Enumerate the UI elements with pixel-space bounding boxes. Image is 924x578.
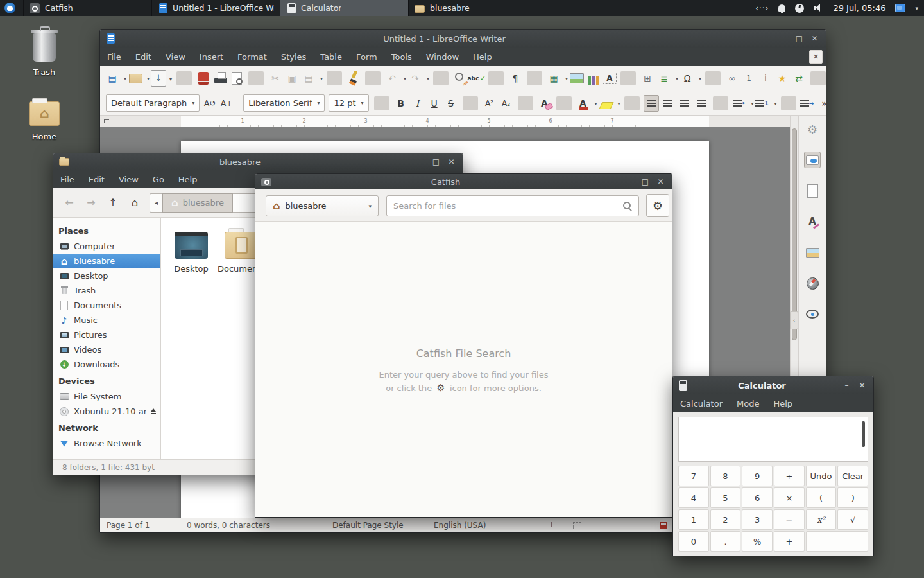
export-pdf-button[interactable] bbox=[196, 70, 211, 87]
calculator-key[interactable]: . bbox=[710, 531, 741, 552]
sidebar-place[interactable]: Documents bbox=[53, 298, 160, 313]
menu-item[interactable]: Format bbox=[230, 52, 274, 62]
undo-button[interactable]: ↶ bbox=[384, 70, 400, 87]
search-field[interactable] bbox=[386, 195, 639, 216]
menu-item[interactable]: Insert bbox=[193, 52, 230, 62]
tab-stop-icon[interactable] bbox=[104, 119, 109, 123]
menu-item[interactable]: Edit bbox=[128, 52, 158, 62]
insert-image-button[interactable] bbox=[569, 70, 585, 87]
taskbar-item-writer[interactable]: Untitled 1 - LibreOffice Writer bbox=[151, 0, 280, 16]
new-document-button[interactable]: ▤ bbox=[105, 70, 120, 87]
print-button[interactable] bbox=[212, 70, 228, 87]
calculator-display[interactable] bbox=[678, 417, 868, 462]
language-status[interactable]: English (USA) bbox=[434, 521, 486, 530]
sidebar-page-icon[interactable] bbox=[804, 182, 821, 199]
maximize-button[interactable]: □ bbox=[431, 153, 441, 170]
close-button[interactable]: ✕ bbox=[447, 153, 456, 170]
page-count-status[interactable]: Page 1 of 1 bbox=[107, 521, 150, 530]
calculator-key[interactable]: 7 bbox=[678, 466, 709, 486]
calculator-key[interactable]: 2 bbox=[710, 509, 741, 530]
sidebar-hide-grip[interactable]: ‹ bbox=[790, 311, 798, 329]
insert-mode-icon[interactable]: I bbox=[551, 521, 552, 530]
print-preview-button[interactable] bbox=[229, 70, 244, 87]
calculator-key[interactable]: 9 bbox=[742, 466, 773, 486]
close-button[interactable]: ✕ bbox=[656, 173, 665, 190]
word-count-status[interactable]: 0 words, 0 characters bbox=[187, 521, 270, 530]
increase-indent-button[interactable]: → bbox=[800, 95, 816, 112]
menu-item[interactable]: Help bbox=[766, 399, 800, 408]
clear-formatting-button[interactable]: A bbox=[537, 95, 552, 112]
menu-item[interactable]: Tools bbox=[384, 52, 419, 62]
align-right-button[interactable] bbox=[677, 95, 692, 112]
insert-chart-button[interactable] bbox=[586, 70, 601, 87]
eject-icon[interactable] bbox=[150, 408, 157, 415]
taskbar-item-calculator[interactable]: Calculator bbox=[280, 0, 408, 16]
back-button[interactable]: ← bbox=[60, 193, 79, 213]
calculator-key[interactable]: 6 bbox=[742, 487, 773, 508]
insert-page-break-button[interactable]: ⊞ bbox=[640, 70, 655, 87]
minimize-button[interactable]: – bbox=[416, 153, 425, 170]
calculator-key[interactable]: × bbox=[774, 487, 805, 508]
minimize-button[interactable]: – bbox=[779, 30, 789, 47]
sidebar-properties-icon[interactable] bbox=[804, 152, 821, 168]
horizontal-ruler[interactable]: 1234567 bbox=[100, 116, 790, 127]
sidebar-place[interactable]: Computer bbox=[53, 239, 160, 254]
power-manager-icon[interactable] bbox=[795, 4, 804, 13]
calculator-key[interactable]: 5 bbox=[710, 487, 741, 508]
menu-item[interactable]: Help bbox=[466, 52, 499, 62]
copy-button[interactable]: ▣ bbox=[284, 70, 300, 87]
calculator-key[interactable]: ÷ bbox=[774, 466, 805, 486]
network-icon[interactable]: ‹··› bbox=[755, 4, 769, 13]
calculator-key[interactable]: x² bbox=[806, 509, 837, 530]
insert-hyperlink-button[interactable]: ∞ bbox=[724, 70, 740, 87]
bold-button[interactable]: B bbox=[393, 95, 409, 112]
writer-titlebar[interactable]: Untitled 1 - LibreOffice Writer – □ ✕ bbox=[100, 30, 826, 48]
insert-bookmark-button[interactable]: ★ bbox=[774, 70, 790, 87]
new-style-button[interactable]: A+ bbox=[219, 95, 234, 112]
clock[interactable]: 29 Jul, 05:46 bbox=[833, 3, 886, 13]
notifications-bell-icon[interactable] bbox=[778, 4, 785, 12]
calculator-key[interactable]: = bbox=[806, 531, 868, 552]
calculator-key[interactable]: 1 bbox=[678, 509, 709, 530]
desktop-icon-home[interactable]: Home bbox=[17, 98, 71, 141]
calculator-key[interactable]: ( bbox=[806, 487, 837, 508]
sidebar-device[interactable]: File System bbox=[53, 389, 160, 404]
chevron-down-icon[interactable]: ▾ bbox=[915, 5, 918, 12]
superscript-button[interactable]: A² bbox=[482, 95, 497, 112]
sidebar-navigator-icon[interactable] bbox=[804, 275, 821, 292]
scrollbar-thumb[interactable] bbox=[792, 128, 797, 340]
font-name-combo[interactable]: Liberation Serif▾ bbox=[243, 94, 325, 112]
align-center-button[interactable] bbox=[660, 95, 676, 112]
close-button[interactable]: ✕ bbox=[810, 30, 819, 47]
path-button-bluesabre[interactable]: ⌂ bluesabre bbox=[162, 193, 233, 213]
menu-item[interactable]: Form bbox=[349, 52, 384, 62]
menu-item[interactable]: Calculator bbox=[673, 399, 730, 408]
sidebar-place[interactable]: Videos bbox=[53, 342, 160, 357]
path-scroll-left-button[interactable]: ◂ bbox=[150, 193, 162, 213]
font-size-combo[interactable]: 12 pt▾ bbox=[329, 94, 368, 112]
fmt-overflow-button[interactable]: » bbox=[817, 95, 826, 112]
menu-item[interactable]: File bbox=[53, 175, 81, 184]
menu-item[interactable]: View bbox=[158, 52, 193, 62]
close-button[interactable]: ✕ bbox=[857, 377, 867, 394]
insert-cross-reference-button[interactable]: ⇄ bbox=[791, 70, 807, 87]
calculator-key[interactable]: Undo bbox=[806, 466, 837, 486]
calculator-key[interactable]: 8 bbox=[710, 466, 741, 486]
menu-item[interactable]: Help bbox=[171, 175, 205, 184]
menu-item[interactable]: File bbox=[100, 52, 128, 62]
sidebar-device[interactable]: Xubuntu 21.10 am... bbox=[53, 404, 160, 419]
minimize-button[interactable]: – bbox=[625, 173, 635, 190]
bullet-list-button[interactable]: • bbox=[732, 95, 748, 112]
spelling-button[interactable]: abc bbox=[469, 70, 484, 87]
insert-textbox-button[interactable]: A bbox=[603, 73, 617, 84]
sidebar-place[interactable]: Desktop bbox=[53, 268, 160, 283]
sidebar-place[interactable]: Music bbox=[53, 313, 160, 328]
calculator-key[interactable]: 4 bbox=[678, 487, 709, 508]
display-scrollbar-thumb[interactable] bbox=[862, 421, 865, 447]
sidebar-inspector-icon[interactable] bbox=[804, 306, 821, 322]
insert-field-button[interactable]: ≣ bbox=[656, 70, 672, 87]
sidebar-place[interactable]: Trash bbox=[53, 283, 160, 298]
forward-button[interactable]: → bbox=[81, 193, 101, 213]
selection-mode-icon[interactable] bbox=[573, 522, 581, 529]
sidebar-gallery-icon[interactable] bbox=[804, 244, 821, 261]
